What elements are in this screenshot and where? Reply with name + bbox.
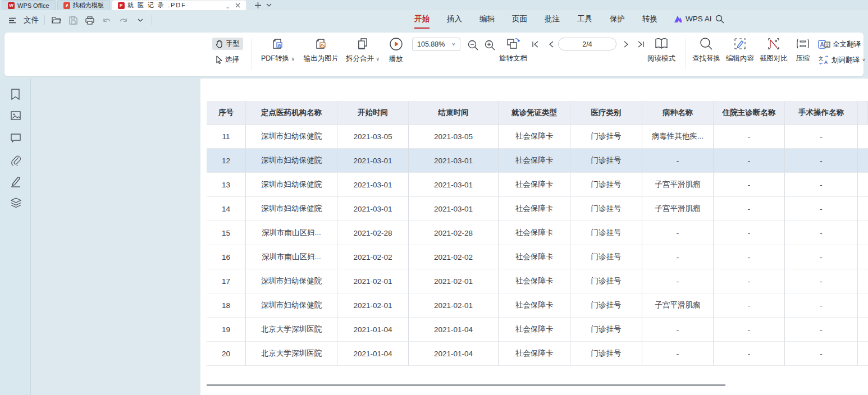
comment-icon[interactable] [11,134,21,143]
ribbon-tab-插入[interactable]: 插入 [447,14,462,29]
table-row[interactable]: 12深圳市妇幼保健院2021-03-012021-03-01社会保障卡门诊挂号-… [207,149,868,173]
table-row[interactable]: 11深圳市妇幼保健院2021-03-052021-03-05社会保障卡门诊挂号病… [207,125,868,149]
table-cell: 15 [207,221,246,245]
tab-docer-templates[interactable]: 找稻壳模板 [57,0,110,10]
divider [44,15,45,25]
table-cell: 2021-02-01 [337,293,409,318]
table-cell-filler [858,125,868,149]
open-folder-icon[interactable] [51,15,62,26]
table-row[interactable]: 13深圳市妇幼保健院2021-03-012021-03-01社会保障卡门诊挂号子… [207,173,868,197]
page-number-input[interactable] [558,38,616,50]
table-cell: 2021-03-01 [337,149,409,173]
table-cell: - [714,342,785,366]
tab-label: 找稻壳模板 [73,1,104,10]
file-menu[interactable]: 文件 [24,15,39,25]
first-page-icon[interactable] [529,38,541,50]
table-cell: 2021-01-04 [337,318,409,342]
ribbon-tab-编辑[interactable]: 编辑 [479,14,495,29]
ribbon-tab-开始[interactable]: 开始 [414,14,430,29]
layers-icon[interactable] [11,198,21,208]
wps-ai-button[interactable]: WPS AI [674,15,712,23]
table-cell: - [714,293,785,318]
tab-pdf-document[interactable]: P 就 医 记 录 .PDF [112,0,246,10]
export-image-icon [314,37,328,50]
ribbon-tab-批注[interactable]: 批注 [545,14,560,29]
ribbon-tab-转换[interactable]: 转换 [642,14,657,29]
select-tool-button[interactable]: 选择 [212,53,243,66]
table-cell: 14 [207,197,246,221]
side-icon-strip [0,79,31,395]
table-cell-filler [858,149,868,173]
table-cell: 门诊挂号 [570,221,642,245]
column-header: 开始时间 [337,101,409,125]
tab-monitor-icon[interactable] [225,3,231,8]
tab-close-icon[interactable] [235,3,240,8]
bookmark-icon[interactable] [11,89,20,100]
zoom-level-dropdown[interactable]: 105.88% ∨ [412,38,460,51]
full-translate-button[interactable]: A文 全文翻译 [815,38,864,50]
print-icon[interactable] [84,15,95,26]
table-cell: - [714,318,785,342]
table-row[interactable]: 14深圳市妇幼保健院2021-03-012021-03-01社会保障卡门诊挂号子… [207,197,868,221]
thumbnail-icon[interactable] [11,111,21,120]
split-merge-label: 拆分合并 [346,54,374,62]
menu-bar: 文件 开始插入编辑页面批注工具保护转换 WPS AI [0,10,868,31]
table-row[interactable]: 17深圳市妇幼保健院2021-02-012021-02-01社会保障卡门诊挂号-… [207,269,868,293]
read-mode-button[interactable]: 阅读模式 [638,37,685,63]
menu-search-icon[interactable] [715,15,724,24]
table-cell-filler [858,197,868,221]
quick-access-chevron-icon[interactable] [135,15,146,26]
table-cell: 社会保障卡 [499,318,570,342]
save-icon[interactable] [67,15,79,26]
screenshot-compare-icon [767,37,780,50]
tab-list-chevron-icon[interactable] [266,0,272,10]
table-cell: 社会保障卡 [499,269,570,293]
table-cell: 2021-02-02 [337,245,409,269]
table-cell: - [785,245,858,269]
table-row[interactable]: 19北京大学深圳医院2021-01-042021-01-04社会保障卡门诊挂号-… [207,318,868,342]
table-cell: 深圳市妇幼保健院 [246,269,337,293]
wps-ai-label: WPS AI [686,15,712,23]
table-cell: 12 [207,149,246,173]
table-cell: 18 [207,293,246,318]
table-header-row: 序号定点医药机构名称开始时间结束时间就诊凭证类型医疗类别病种名称住院主诊断名称手… [207,101,868,125]
table-row[interactable]: 16深圳市南山区妇...2021-02-022021-02-02社会保障卡门诊挂… [207,245,868,269]
hand-tool-button[interactable]: 手型 [212,38,243,50]
table-row[interactable]: 20北京大学深圳医院2021-01-042021-01-04社会保障卡门诊挂号-… [207,342,868,366]
ribbon-tab-保护[interactable]: 保护 [610,14,625,29]
column-header: 结束时间 [409,101,499,125]
table-cell: 门诊挂号 [570,173,642,197]
signature-pen-icon[interactable] [11,176,21,187]
word-translate-button[interactable]: 文A 划词翻译 ∨ [815,54,868,66]
tab-wps-office[interactable]: W WPS Office [2,0,56,10]
table-cell: 社会保障卡 [499,221,570,245]
navigation-panel[interactable] [31,79,200,395]
column-header: 就诊凭证类型 [499,101,570,125]
ribbon-tab-工具[interactable]: 工具 [577,14,592,29]
new-tab-icon[interactable] [254,0,262,10]
table-cell: 2021-03-01 [409,197,499,221]
table-row[interactable]: 15深圳市南山区妇...2021-02-282021-02-28社会保障卡门诊挂… [207,221,868,245]
redo-icon[interactable] [118,15,129,26]
hand-tool-label: 手型 [226,39,240,49]
table-cell: 2021-03-01 [337,173,409,197]
select-tool-label: 选择 [225,55,239,65]
table-cell: - [785,293,858,318]
table-cell: 20 [207,342,246,366]
next-page-icon[interactable] [620,38,632,50]
table-cell: 17 [207,269,246,293]
word-translate-icon: 文A [818,55,829,65]
table-row[interactable]: 18深圳市妇幼保健院2021-02-012021-02-01社会保障卡门诊挂号子… [207,293,868,318]
column-header: 住院主诊断名称 [714,101,785,125]
divider [152,15,152,25]
prev-page-icon[interactable] [545,38,557,50]
pdf-convert-label: PDF转换 [261,54,289,62]
ribbon-tab-页面[interactable]: 页面 [512,14,527,29]
zoom-out-icon[interactable] [466,38,479,52]
undo-icon[interactable] [101,15,112,26]
hamburger-menu-icon[interactable] [7,15,18,26]
column-header: 医疗类别 [570,101,642,125]
table-cell: 2021-01-04 [409,342,499,366]
attachment-icon[interactable] [11,155,21,166]
table-cell: 2021-03-01 [409,149,499,173]
